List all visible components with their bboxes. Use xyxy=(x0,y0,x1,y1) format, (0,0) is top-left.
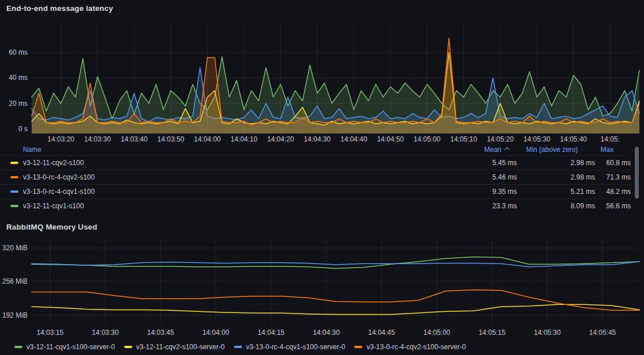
max-value: 71.3 ms xyxy=(595,173,631,181)
svg-text:14:04:50: 14:04:50 xyxy=(377,135,404,143)
series-color-swatch xyxy=(10,162,18,164)
series-color-swatch xyxy=(10,176,18,178)
legend-header-min[interactable]: Min (above zero) xyxy=(517,146,595,154)
svg-text:320 MiB: 320 MiB xyxy=(2,244,28,252)
series-color-swatch xyxy=(234,346,242,348)
series-name: v3-12-11-cqv2-s100-server-0 xyxy=(136,343,225,351)
svg-text:14:04:20: 14:04:20 xyxy=(267,135,294,143)
legend-item[interactable]: v3-12-11-cqv1-s100-server-0 xyxy=(14,343,115,351)
max-value: 48.2 ms xyxy=(595,188,631,196)
series-color-swatch xyxy=(10,205,18,207)
sort-ascending-icon xyxy=(505,147,509,152)
svg-text:14:03:45: 14:03:45 xyxy=(147,329,174,337)
memory-panel-title[interactable]: RabbitMQ Memory Used xyxy=(6,223,97,231)
series-color-swatch xyxy=(14,346,22,348)
svg-text:14:05:00: 14:05:00 xyxy=(413,135,440,143)
legend-item[interactable]: v3-13-0-rc-4-cqv1-s100-server-0 xyxy=(234,343,346,351)
svg-text:14:03:40: 14:03:40 xyxy=(121,135,148,143)
series-color-swatch xyxy=(124,346,132,348)
svg-text:14:05:30: 14:05:30 xyxy=(534,329,561,337)
svg-text:60 ms: 60 ms xyxy=(9,48,28,56)
svg-text:14:05:00: 14:05:00 xyxy=(423,329,450,337)
svg-text:14:03:20: 14:03:20 xyxy=(48,135,75,143)
legend-header-max[interactable]: Max xyxy=(595,146,631,154)
svg-text:14:04:10: 14:04:10 xyxy=(231,135,258,143)
min-value: 5.21 ms xyxy=(517,188,595,196)
svg-text:14:03:50: 14:03:50 xyxy=(158,135,185,143)
svg-text:14:04:15: 14:04:15 xyxy=(258,329,285,337)
svg-text:40 ms: 40 ms xyxy=(9,74,28,82)
legend-header-mean-label: Mean xyxy=(484,146,501,154)
legend-header-mean[interactable]: Mean xyxy=(425,146,517,154)
svg-text:14:04:45: 14:04:45 xyxy=(368,329,395,337)
svg-text:256 MiB: 256 MiB xyxy=(2,277,28,285)
mean-value: 5.46 ms xyxy=(425,173,517,181)
legend-row: v3-12-11-cqv1-s10023.3 ms8.09 ms56.6 ms xyxy=(0,199,631,213)
svg-text:14:05:: 14:05: xyxy=(600,135,619,143)
svg-text:14:05:30: 14:05:30 xyxy=(523,135,550,143)
max-value: 56.6 ms xyxy=(595,202,631,210)
svg-text:14:03:15: 14:03:15 xyxy=(37,329,64,337)
legend-row: v3-13-0-rc-4-cqv2-s1005.46 ms2.98 ms71.3… xyxy=(0,170,631,184)
latency-panel: End-to-end message latency 14:03:2014:03… xyxy=(0,0,644,217)
svg-text:14:04:00: 14:04:00 xyxy=(202,329,229,337)
min-value: 2.98 ms xyxy=(517,173,595,181)
grafana-dashboard: End-to-end message latency 14:03:2014:03… xyxy=(0,0,644,355)
memory-legend: v3-12-11-cqv1-s100-server-0v3-12-11-cqv2… xyxy=(14,343,475,351)
series-color-swatch xyxy=(10,190,18,193)
svg-text:14:05:45: 14:05:45 xyxy=(589,329,616,337)
memory-chart[interactable]: 14:03:1514:03:3014:03:4514:04:0014:04:15… xyxy=(0,233,644,355)
svg-text:14:05:10: 14:05:10 xyxy=(450,135,477,143)
series-name[interactable]: v3-12-11-cqv1-s100 xyxy=(23,202,84,210)
min-value: 2.98 ms xyxy=(517,159,595,167)
legend-rows: v3-12-11-cqv2-s1005.45 ms2.98 ms60.8 msv… xyxy=(0,155,631,213)
series-name[interactable]: v3-12-11-cqv2-s100 xyxy=(23,159,84,167)
latency-legend-table: Name Mean Min (above zero) Max v3-12-11-… xyxy=(0,144,644,213)
svg-text:0 s: 0 s xyxy=(18,125,28,133)
latency-chart[interactable]: 14:03:2014:03:3014:03:4014:03:5014:04:00… xyxy=(0,17,644,144)
svg-text:14:05:20: 14:05:20 xyxy=(487,135,514,143)
memory-panel: RabbitMQ Memory Used 14:03:1514:03:3014:… xyxy=(0,217,644,355)
legend-item[interactable]: v3-12-11-cqv2-s100-server-0 xyxy=(124,343,225,351)
min-value: 8.09 ms xyxy=(517,202,595,210)
svg-text:192 MiB: 192 MiB xyxy=(2,311,28,319)
svg-text:20 ms: 20 ms xyxy=(9,100,28,108)
legend-row: v3-12-11-cqv2-s1005.45 ms2.98 ms60.8 ms xyxy=(0,155,631,170)
svg-text:14:04:30: 14:04:30 xyxy=(313,329,340,337)
svg-text:14:03:30: 14:03:30 xyxy=(84,135,111,143)
series-name: v3-13-0-rc-4-cqv2-s100-server-0 xyxy=(366,343,466,351)
mean-value: 9.35 ms xyxy=(425,188,517,196)
max-value: 60.8 ms xyxy=(595,159,631,167)
series-name[interactable]: v3-13-0-rc-4-cqv2-s100 xyxy=(23,173,95,181)
svg-text:14:04:40: 14:04:40 xyxy=(340,135,367,143)
svg-text:14:04:00: 14:04:00 xyxy=(194,135,221,143)
legend-item[interactable]: v3-13-0-rc-4-cqv2-s100-server-0 xyxy=(354,343,466,351)
legend-row: v3-13-0-rc-4-cqv1-s1009.35 ms5.21 ms48.2… xyxy=(0,184,631,199)
series-name: v3-12-11-cqv1-s100-server-0 xyxy=(26,343,115,351)
legend-scrollbar[interactable] xyxy=(635,147,639,199)
mean-value: 5.45 ms xyxy=(425,159,517,167)
mean-value: 23.3 ms xyxy=(425,202,517,210)
legend-header-name[interactable]: Name xyxy=(0,146,425,154)
latency-panel-title[interactable]: End-to-end message latency xyxy=(6,4,113,13)
svg-text:14:04:30: 14:04:30 xyxy=(304,135,331,143)
svg-text:14:03:30: 14:03:30 xyxy=(92,329,119,337)
series-name: v3-13-0-rc-4-cqv1-s100-server-0 xyxy=(246,343,346,351)
legend-header: Name Mean Min (above zero) Max xyxy=(0,144,631,155)
svg-text:14:05:15: 14:05:15 xyxy=(478,329,505,337)
series-name[interactable]: v3-13-0-rc-4-cqv1-s100 xyxy=(23,188,95,196)
svg-text:14:05:40: 14:05:40 xyxy=(560,135,587,143)
series-color-swatch xyxy=(354,346,362,348)
